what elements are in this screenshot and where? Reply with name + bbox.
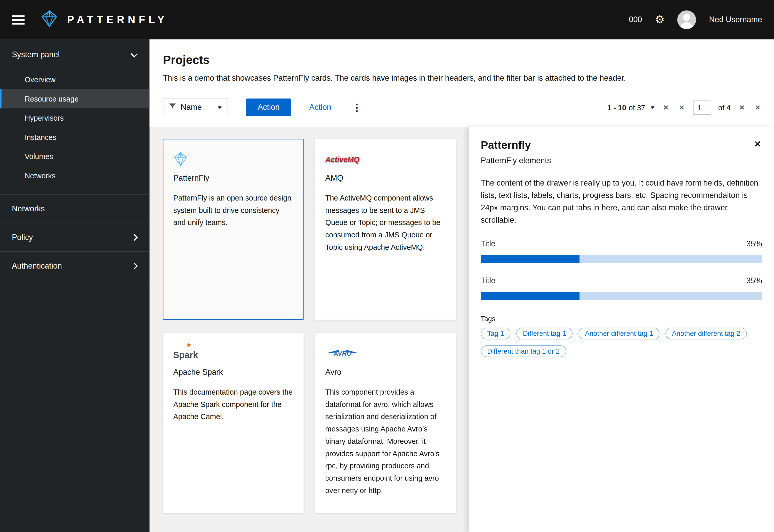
patternfly-card-logo-icon [173, 150, 293, 168]
page-description: This is a demo that showcases PatternFly… [163, 73, 762, 84]
filter-dropdown-label: Name [180, 103, 202, 112]
progress-label: Title [481, 276, 496, 285]
sidebar-item-label: Policy [12, 233, 33, 242]
caret-down-icon [651, 106, 655, 109]
sidebar-item-networks[interactable]: Networks [0, 194, 150, 223]
action-primary-button[interactable]: Action [246, 98, 292, 116]
progress-label: Title [481, 239, 496, 248]
card-body: The ActiveMQ component allows messages t… [325, 192, 446, 253]
sidebar-item-overview[interactable]: Overview [0, 70, 150, 89]
sidebar-item-authentication[interactable]: Authentication [0, 251, 150, 280]
sidebar-item-label: System panel [12, 50, 60, 59]
sidebar-item-resource-usage[interactable]: Resource usage [0, 89, 150, 109]
svg-text:AVRO: AVRO [333, 350, 352, 357]
toolbar: Name Action Action ⋮ 1 - 10 of 37 ✕ ✕ [163, 98, 762, 127]
tag-chip[interactable]: Another different tag 2 [666, 328, 747, 339]
spark-star-icon: ✱ [186, 342, 191, 349]
drawer-panel: Patternfly ✕ PatternFly elements The con… [469, 127, 774, 532]
tag-chip[interactable]: Different than tag 1 or 2 [481, 345, 566, 357]
filter-funnel-icon [169, 103, 176, 112]
masthead-utilities: 000 ⚙ Ned Username [629, 10, 762, 29]
page-header: Projects This is a demo that showcases P… [150, 39, 774, 127]
sidebar-item-hypervisors[interactable]: Hypervisors [0, 108, 150, 128]
tag-chip[interactable]: Different tag 1 [516, 328, 573, 339]
pagination-prev-icon[interactable]: ✕ [677, 104, 686, 111]
progress-track [481, 255, 762, 263]
caret-down-icon [218, 106, 222, 109]
drawer-body-text: The content of the drawer is really up t… [481, 177, 762, 226]
card-apache-spark[interactable]: ✱ Spark Apache Spark This documentation … [163, 333, 303, 513]
card-avro[interactable]: AVRO Avro This component provides a data… [315, 333, 456, 513]
activemq-logo-icon: ActiveMQ [325, 150, 446, 168]
progress-fill [481, 255, 579, 263]
tags-list: Tag 1 Different tag 1 Another different … [481, 328, 762, 357]
progress-bar: Title 35% [481, 239, 762, 263]
masthead: PATTERNFLY 000 ⚙ Ned Username [0, 0, 774, 39]
card-body: PatternFly is an open source design syst… [173, 192, 293, 228]
notification-counter[interactable]: 000 [629, 15, 642, 24]
action-link-button[interactable]: Action [309, 103, 331, 112]
progress-value: 35% [746, 276, 762, 285]
app-window: PATTERNFLY 000 ⚙ Ned Username System pan… [0, 0, 774, 532]
progress-fill [481, 292, 579, 300]
card-title: Apache Spark [173, 368, 293, 377]
settings-gear-icon[interactable]: ⚙ [655, 14, 665, 25]
card-title: AMQ [325, 174, 446, 183]
sidebar-item-networks-sub[interactable]: Networks [0, 166, 150, 185]
page-title: Projects [163, 53, 762, 67]
avro-logo-icon: AVRO [325, 344, 446, 362]
kebab-menu-icon[interactable]: ⋮ [350, 103, 364, 112]
drawer-title: Patternfly [481, 139, 531, 152]
spark-logo-icon: ✱ Spark [173, 344, 293, 362]
main-content: Projects This is a demo that showcases P… [150, 39, 774, 532]
pagination-total: of 37 [629, 103, 645, 111]
pagination-page-input[interactable] [693, 100, 711, 114]
chevron-right-icon [131, 262, 138, 269]
user-avatar[interactable] [678, 10, 696, 29]
pagination-first-icon[interactable]: ✕ [662, 104, 670, 111]
pagination-last-icon[interactable]: ✕ [753, 104, 762, 111]
card-grid: PatternFly PatternFly is an open source … [150, 127, 469, 532]
pagination-range-dropdown[interactable]: 1 - 10 of 37 [607, 103, 655, 111]
progress-bar: Title 35% [481, 276, 762, 300]
card-amq[interactable]: ActiveMQ AMQ The ActiveMQ component allo… [315, 139, 456, 320]
tag-chip[interactable]: Another different tag 1 [578, 328, 660, 339]
pagination: 1 - 10 of 37 ✕ ✕ of 4 ✕ ✕ [607, 100, 762, 114]
sidebar-item-policy[interactable]: Policy [0, 223, 150, 251]
sidebar-item-label: Networks [12, 204, 45, 213]
pagination-range: 1 - 10 [607, 103, 626, 111]
hamburger-menu-icon[interactable] [12, 15, 25, 24]
brand-wordmark: PATTERNFLY [67, 14, 168, 26]
card-body: This component provides a dataformat for… [325, 386, 446, 496]
brand[interactable]: PATTERNFLY [39, 10, 168, 29]
tag-chip[interactable]: Tag 1 [481, 328, 510, 339]
sidebar-item-system-panel[interactable]: System panel [0, 39, 150, 70]
sidebar-item-label: Authentication [12, 261, 62, 270]
card-body: This documentation page covers the Apach… [173, 386, 293, 422]
chevron-down-icon [131, 51, 138, 57]
card-title: PatternFly [173, 174, 293, 183]
patternfly-logo-icon [39, 10, 59, 29]
user-name[interactable]: Ned Username [709, 15, 762, 24]
close-icon[interactable]: ✕ [753, 139, 762, 149]
drawer-subtitle: PatternFly elements [481, 156, 762, 165]
tags-label: Tags [481, 315, 762, 323]
filter-dropdown[interactable]: Name [163, 98, 228, 116]
pagination-of-pages: of 4 [718, 103, 731, 111]
progress-value: 35% [746, 239, 762, 248]
progress-track [481, 292, 762, 300]
sidebar-item-instances[interactable]: Instances [0, 128, 150, 147]
pagination-next-icon[interactable]: ✕ [737, 104, 746, 111]
chevron-right-icon [131, 234, 138, 241]
sidebar-item-volumes[interactable]: Volumes [0, 147, 150, 166]
sidebar-nav: System panel Overview Resource usage Hyp… [0, 39, 150, 532]
card-patternfly[interactable]: PatternFly PatternFly is an open source … [163, 139, 303, 320]
card-title: Avro [325, 368, 446, 377]
